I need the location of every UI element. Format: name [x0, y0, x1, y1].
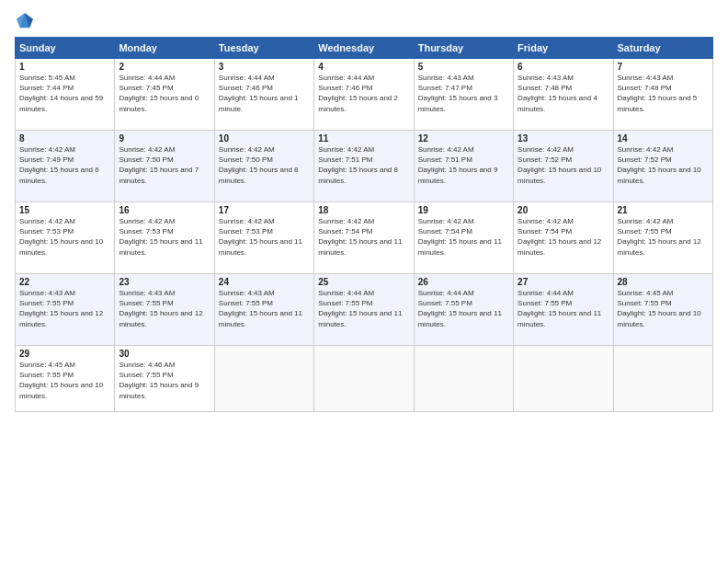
day-info: Sunrise: 4:43 AMSunset: 7:48 PMDaylight:…	[618, 73, 709, 114]
week-row-4: 22Sunrise: 4:43 AMSunset: 7:55 PMDayligh…	[16, 274, 713, 346]
calendar-cell	[214, 346, 313, 412]
calendar-cell: 2Sunrise: 4:44 AMSunset: 7:45 PMDaylight…	[115, 59, 214, 131]
header	[15, 11, 713, 31]
day-info: Sunrise: 4:43 AMSunset: 7:48 PMDaylight:…	[518, 73, 609, 114]
calendar-cell: 25Sunrise: 4:44 AMSunset: 7:55 PMDayligh…	[314, 274, 414, 346]
calendar-cell: 22Sunrise: 4:43 AMSunset: 7:55 PMDayligh…	[16, 274, 115, 346]
day-info: Sunrise: 4:42 AMSunset: 7:50 PMDaylight:…	[219, 144, 310, 186]
day-info: Sunrise: 4:44 AMSunset: 7:46 PMDaylight:…	[318, 73, 409, 114]
day-number: 3	[219, 62, 310, 72]
day-info: Sunrise: 4:44 AMSunset: 7:46 PMDaylight:…	[219, 73, 310, 114]
day-number: 24	[219, 277, 310, 287]
calendar-cell: 10Sunrise: 4:42 AMSunset: 7:50 PMDayligh…	[214, 131, 313, 202]
calendar-cell: 4Sunrise: 4:44 AMSunset: 7:46 PMDaylight…	[314, 59, 414, 131]
week-row-3: 15Sunrise: 4:42 AMSunset: 7:53 PMDayligh…	[16, 202, 713, 274]
day-info: Sunrise: 4:43 AMSunset: 7:55 PMDaylight:…	[119, 288, 210, 329]
day-info: Sunrise: 4:44 AMSunset: 7:45 PMDaylight:…	[119, 73, 210, 114]
day-info: Sunrise: 4:42 AMSunset: 7:51 PMDaylight:…	[418, 144, 509, 186]
calendar-cell: 27Sunrise: 4:44 AMSunset: 7:55 PMDayligh…	[514, 274, 613, 346]
day-number: 12	[418, 133, 509, 144]
calendar-cell: 30Sunrise: 4:46 AMSunset: 7:55 PMDayligh…	[115, 346, 214, 412]
calendar-cell: 9Sunrise: 4:42 AMSunset: 7:50 PMDaylight…	[115, 131, 214, 202]
logo-icon	[15, 11, 35, 31]
day-info: Sunrise: 4:42 AMSunset: 7:54 PMDaylight:…	[318, 216, 409, 258]
day-info: Sunrise: 4:42 AMSunset: 7:54 PMDaylight:…	[418, 216, 509, 258]
header-friday: Friday	[514, 38, 613, 59]
day-number: 1	[19, 62, 110, 72]
day-number: 30	[119, 349, 210, 359]
day-number: 2	[119, 62, 210, 72]
calendar-cell: 8Sunrise: 4:42 AMSunset: 7:49 PMDaylight…	[16, 131, 115, 202]
day-info: Sunrise: 4:42 AMSunset: 7:52 PMDaylight:…	[518, 144, 609, 186]
day-info: Sunrise: 4:42 AMSunset: 7:55 PMDaylight:…	[618, 216, 709, 258]
day-number: 4	[318, 62, 409, 72]
header-saturday: Saturday	[613, 38, 712, 59]
page: SundayMondayTuesdayWednesdayThursdayFrid…	[0, 0, 728, 563]
calendar-cell: 28Sunrise: 4:45 AMSunset: 7:55 PMDayligh…	[613, 274, 712, 346]
calendar-cell: 15Sunrise: 4:42 AMSunset: 7:53 PMDayligh…	[16, 202, 115, 274]
day-number: 6	[518, 62, 609, 72]
day-info: Sunrise: 4:44 AMSunset: 7:55 PMDaylight:…	[518, 288, 609, 329]
header-wednesday: Wednesday	[314, 38, 414, 59]
day-info: Sunrise: 4:42 AMSunset: 7:53 PMDaylight:…	[219, 216, 310, 258]
day-info: Sunrise: 4:43 AMSunset: 7:55 PMDaylight:…	[19, 288, 110, 329]
calendar-cell	[514, 346, 613, 412]
day-info: Sunrise: 4:42 AMSunset: 7:52 PMDaylight:…	[618, 144, 709, 186]
calendar: SundayMondayTuesdayWednesdayThursdayFrid…	[15, 37, 713, 412]
calendar-cell	[314, 346, 414, 412]
calendar-cell: 3Sunrise: 4:44 AMSunset: 7:46 PMDaylight…	[214, 59, 313, 131]
calendar-cell: 26Sunrise: 4:44 AMSunset: 7:55 PMDayligh…	[414, 274, 513, 346]
day-number: 7	[618, 62, 709, 72]
day-number: 26	[418, 277, 509, 287]
calendar-cell: 11Sunrise: 4:42 AMSunset: 7:51 PMDayligh…	[314, 131, 414, 202]
day-info: Sunrise: 4:42 AMSunset: 7:54 PMDaylight:…	[518, 216, 609, 258]
day-number: 14	[618, 133, 709, 144]
calendar-cell: 29Sunrise: 4:45 AMSunset: 7:55 PMDayligh…	[16, 346, 115, 412]
calendar-header-row: SundayMondayTuesdayWednesdayThursdayFrid…	[16, 38, 713, 59]
day-number: 5	[418, 62, 509, 72]
day-info: Sunrise: 4:44 AMSunset: 7:55 PMDaylight:…	[418, 288, 509, 329]
day-info: Sunrise: 4:42 AMSunset: 7:51 PMDaylight:…	[318, 144, 409, 186]
calendar-cell: 13Sunrise: 4:42 AMSunset: 7:52 PMDayligh…	[514, 131, 613, 202]
calendar-cell: 20Sunrise: 4:42 AMSunset: 7:54 PMDayligh…	[514, 202, 613, 274]
week-row-2: 8Sunrise: 4:42 AMSunset: 7:49 PMDaylight…	[16, 131, 713, 202]
calendar-cell: 18Sunrise: 4:42 AMSunset: 7:54 PMDayligh…	[314, 202, 414, 274]
day-info: Sunrise: 5:45 AMSunset: 7:44 PMDaylight:…	[19, 73, 110, 114]
day-number: 21	[618, 205, 709, 215]
day-info: Sunrise: 4:42 AMSunset: 7:53 PMDaylight:…	[119, 216, 210, 258]
day-number: 13	[518, 133, 609, 144]
calendar-cell: 17Sunrise: 4:42 AMSunset: 7:53 PMDayligh…	[214, 202, 313, 274]
calendar-cell: 12Sunrise: 4:42 AMSunset: 7:51 PMDayligh…	[414, 131, 513, 202]
day-number: 17	[219, 205, 310, 215]
day-info: Sunrise: 4:45 AMSunset: 7:55 PMDaylight:…	[618, 288, 709, 329]
logo	[15, 11, 39, 31]
day-number: 28	[618, 277, 709, 287]
day-number: 16	[119, 205, 210, 215]
day-number: 19	[418, 205, 509, 215]
calendar-cell: 5Sunrise: 4:43 AMSunset: 7:47 PMDaylight…	[414, 59, 513, 131]
calendar-cell: 23Sunrise: 4:43 AMSunset: 7:55 PMDayligh…	[115, 274, 214, 346]
calendar-cell: 16Sunrise: 4:42 AMSunset: 7:53 PMDayligh…	[115, 202, 214, 274]
day-number: 23	[119, 277, 210, 287]
day-info: Sunrise: 4:42 AMSunset: 7:53 PMDaylight:…	[19, 216, 110, 258]
day-number: 29	[19, 349, 110, 359]
calendar-cell: 14Sunrise: 4:42 AMSunset: 7:52 PMDayligh…	[613, 131, 712, 202]
day-number: 9	[119, 133, 210, 144]
day-number: 10	[219, 133, 310, 144]
day-info: Sunrise: 4:43 AMSunset: 7:47 PMDaylight:…	[418, 73, 509, 114]
day-number: 25	[318, 277, 409, 287]
calendar-cell: 21Sunrise: 4:42 AMSunset: 7:55 PMDayligh…	[613, 202, 712, 274]
calendar-cell	[613, 346, 712, 412]
calendar-cell: 6Sunrise: 4:43 AMSunset: 7:48 PMDaylight…	[514, 59, 613, 131]
header-tuesday: Tuesday	[214, 38, 313, 59]
week-row-5: 29Sunrise: 4:45 AMSunset: 7:55 PMDayligh…	[16, 346, 713, 412]
day-info: Sunrise: 4:44 AMSunset: 7:55 PMDaylight:…	[318, 288, 409, 329]
day-info: Sunrise: 4:45 AMSunset: 7:55 PMDaylight:…	[19, 360, 110, 401]
day-number: 15	[19, 205, 110, 215]
header-thursday: Thursday	[414, 38, 513, 59]
calendar-cell: 24Sunrise: 4:43 AMSunset: 7:55 PMDayligh…	[214, 274, 313, 346]
day-info: Sunrise: 4:43 AMSunset: 7:55 PMDaylight:…	[219, 288, 310, 329]
week-row-1: 1Sunrise: 5:45 AMSunset: 7:44 PMDaylight…	[16, 59, 713, 131]
calendar-cell: 7Sunrise: 4:43 AMSunset: 7:48 PMDaylight…	[613, 59, 712, 131]
calendar-cell	[414, 346, 513, 412]
